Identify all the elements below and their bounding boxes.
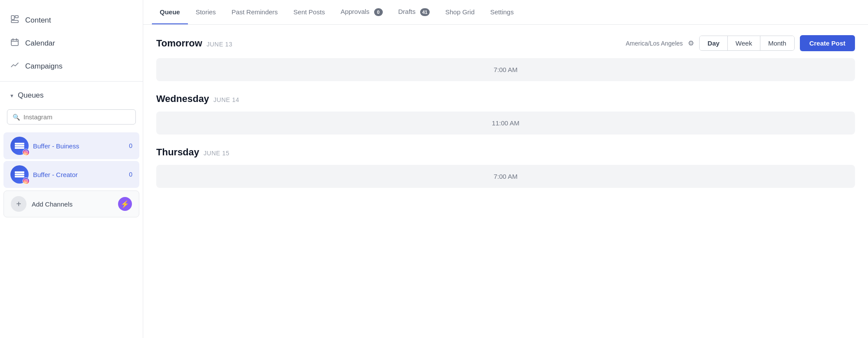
main-content: Queue Stories Past Reminders Sent Posts … xyxy=(143,0,868,338)
tab-sent-posts[interactable]: Sent Posts xyxy=(286,0,333,24)
channel-count-business: 0 xyxy=(129,142,132,149)
search-input[interactable] xyxy=(23,113,130,121)
section-thursday: Thursday JUNE 15 7:00 AM xyxy=(156,147,855,188)
date-tomorrow: JUNE 13 xyxy=(207,41,233,48)
day-thursday: Thursday xyxy=(156,147,199,158)
time-slot-tomorrow-0: 7:00 AM xyxy=(156,58,855,81)
date-left-tomorrow: Tomorrow JUNE 13 xyxy=(156,38,232,49)
tab-drafts[interactable]: Drafts 41 xyxy=(391,0,437,25)
sidebar-item-campaigns[interactable]: Campaigns xyxy=(0,55,143,78)
sidebar-item-content[interactable]: Content xyxy=(0,9,143,32)
add-channels-label: Add Channels xyxy=(32,200,113,208)
channel-item-buffer-creator[interactable]: Buffer - Creator 0 xyxy=(3,161,139,188)
campaigns-icon xyxy=(10,61,19,72)
time-slot-wednesday-0: 11:00 AM xyxy=(156,112,855,135)
date-left-thursday: Thursday JUNE 15 xyxy=(156,147,230,158)
channel-name-business: Buffer - Buiness xyxy=(33,142,125,150)
channel-avatar-business xyxy=(10,137,29,155)
view-week-button[interactable]: Week xyxy=(728,36,760,50)
chevron-down-icon: ▾ xyxy=(10,92,13,99)
section-tomorrow: Tomorrow JUNE 13 America/Los Angeles ⚙ D… xyxy=(156,35,855,81)
sidebar-item-calendar[interactable]: Calendar xyxy=(0,32,143,55)
add-channels-row[interactable]: + Add Channels ⚡ xyxy=(3,190,139,217)
timezone-label: America/Los Angeles xyxy=(626,40,683,47)
search-wrapper[interactable]: 🔍 xyxy=(7,109,136,125)
date-header-wednesday: Wednesday JUNE 14 xyxy=(156,93,855,105)
create-post-button[interactable]: Create Post xyxy=(800,35,855,51)
svg-point-5 xyxy=(25,151,27,153)
tab-past-reminders[interactable]: Past Reminders xyxy=(224,0,286,24)
instagram-badge xyxy=(23,149,30,156)
time-slot-thursday-0: 7:00 AM xyxy=(156,165,855,188)
day-tomorrow: Tomorrow xyxy=(156,38,202,49)
channel-item-buffer-business[interactable]: Buffer - Buiness 0 xyxy=(3,132,139,159)
content-icon xyxy=(10,15,19,26)
approvals-badge: 0 xyxy=(374,8,383,16)
calendar-label: Calendar xyxy=(25,39,55,48)
lightning-badge: ⚡ xyxy=(118,197,132,211)
gear-icon[interactable]: ⚙ xyxy=(688,39,694,47)
tabs-bar: Queue Stories Past Reminders Sent Posts … xyxy=(143,0,868,25)
queues-label: Queues xyxy=(18,91,44,100)
svg-rect-0 xyxy=(11,16,14,20)
date-header-thursday: Thursday JUNE 15 xyxy=(156,147,855,158)
channel-name-creator: Buffer - Creator xyxy=(33,171,125,178)
instagram-badge-creator xyxy=(23,177,30,184)
queue-content: Tomorrow JUNE 13 America/Los Angeles ⚙ D… xyxy=(143,25,868,338)
day-wednesday: Wednesday xyxy=(156,93,209,105)
date-header-tomorrow: Tomorrow JUNE 13 America/Los Angeles ⚙ D… xyxy=(156,35,855,51)
date-left-wednesday: Wednesday JUNE 14 xyxy=(156,93,239,105)
content-label: Content xyxy=(25,16,51,25)
svg-point-8 xyxy=(25,180,27,182)
channel-count-creator: 0 xyxy=(129,171,132,178)
campaigns-label: Campaigns xyxy=(25,62,62,71)
sidebar-divider xyxy=(0,81,143,82)
search-icon: 🔍 xyxy=(13,114,20,121)
view-toggle: Day Week Month xyxy=(699,36,794,51)
date-controls: America/Los Angeles ⚙ Day Week Month Cre… xyxy=(626,35,855,51)
svg-rect-1 xyxy=(15,16,18,18)
tab-queue[interactable]: Queue xyxy=(152,0,188,24)
add-channels-plus-icon: + xyxy=(11,196,26,212)
drafts-badge: 41 xyxy=(420,8,430,16)
date-wednesday: JUNE 14 xyxy=(214,96,240,103)
section-wednesday: Wednesday JUNE 14 11:00 AM xyxy=(156,93,855,135)
queues-header[interactable]: ▾ Queues xyxy=(0,85,143,106)
channel-avatar-creator xyxy=(10,165,29,184)
search-container: 🔍 xyxy=(0,106,143,128)
view-month-button[interactable]: Month xyxy=(760,36,794,50)
tab-shop-grid[interactable]: Shop Grid xyxy=(437,0,483,24)
sidebar: Content Calendar Campaigns ▾ Queues 🔍 xyxy=(0,0,143,338)
svg-rect-2 xyxy=(11,20,18,23)
tab-approvals[interactable]: Approvals 0 xyxy=(333,0,391,25)
date-thursday: JUNE 15 xyxy=(204,150,230,157)
svg-point-6 xyxy=(27,151,27,151)
calendar-icon xyxy=(10,38,19,49)
svg-point-9 xyxy=(27,180,27,180)
tab-settings[interactable]: Settings xyxy=(483,0,522,24)
svg-rect-3 xyxy=(11,39,18,46)
view-day-button[interactable]: Day xyxy=(700,36,728,50)
tab-stories[interactable]: Stories xyxy=(188,0,224,24)
